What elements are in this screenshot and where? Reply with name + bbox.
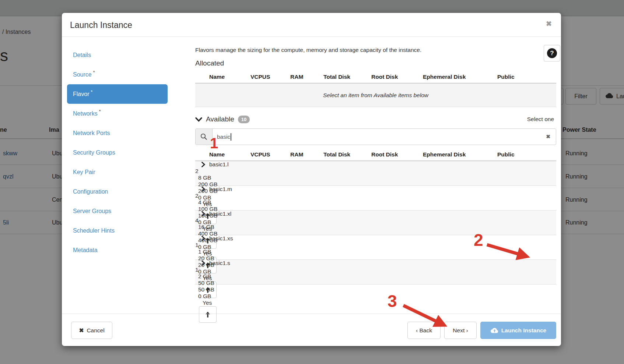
flavor-search-box: basic ✖ bbox=[195, 128, 556, 145]
nav-label: Security Groups bbox=[73, 149, 115, 156]
x-icon: ✖ bbox=[79, 327, 84, 334]
col-vcpus: VCPUS bbox=[250, 151, 287, 158]
available-flavor-list: basic1.l 2 8 GB 200 GB 200 GB 0 GB Yes b… bbox=[195, 161, 556, 285]
nav-item-metadata[interactable]: Metadata bbox=[67, 240, 168, 260]
flavor-name: basic1.m bbox=[209, 186, 232, 192]
available-section-header: Available 10 Select one bbox=[195, 115, 556, 123]
nav-item-scheduler-hints[interactable]: Scheduler Hints bbox=[67, 221, 168, 240]
flavor-ram: 4 GB bbox=[195, 199, 556, 206]
search-input-value: basic bbox=[217, 134, 230, 140]
flavor-vcpus: 1 bbox=[195, 242, 556, 248]
launch-label: Launch Instance bbox=[501, 327, 546, 334]
col-ephemeral-disk: Ephemeral Disk bbox=[420, 151, 490, 158]
col-public: Public bbox=[490, 151, 521, 158]
available-heading: Available bbox=[206, 115, 234, 123]
required-asterisk: * bbox=[91, 89, 92, 95]
chevron-right-icon[interactable] bbox=[201, 162, 205, 167]
flavor-name: basic1.xs bbox=[209, 235, 233, 242]
nav-label: Scheduler Hints bbox=[73, 227, 115, 234]
flavor-ram: 16 GB bbox=[195, 224, 556, 230]
flavor-row-basic1-s: basic1.s 1 2 GB 50 GB 50 GB 0 GB Yes bbox=[195, 260, 556, 285]
col-root-disk: Root Disk bbox=[368, 151, 420, 158]
back-button[interactable]: ‹ Back bbox=[407, 322, 441, 339]
col-ram: RAM bbox=[287, 151, 320, 158]
allocated-empty-message: Select an item from Available items belo… bbox=[195, 84, 556, 107]
nav-item-key-pair[interactable]: Key Pair bbox=[67, 162, 168, 182]
nav-item-network-ports[interactable]: Network Ports bbox=[67, 123, 168, 143]
flavor-root-disk: 50 GB bbox=[195, 286, 556, 293]
flavor-public: Yes bbox=[195, 300, 556, 306]
flavor-row-basic1-m: basic1.m 2 4 GB 100 GB 100 GB 0 GB Yes bbox=[195, 186, 556, 211]
flavor-ephemeral-disk: 0 GB bbox=[195, 293, 556, 300]
nav-label: Key Pair bbox=[73, 169, 95, 176]
nav-item-security-groups[interactable]: Security Groups bbox=[67, 143, 168, 162]
clear-search-icon[interactable]: ✖ bbox=[546, 134, 550, 139]
nav-label: Networks bbox=[73, 110, 98, 117]
nav-label: Details bbox=[73, 52, 91, 59]
available-table-header: Name VCPUS RAM Total Disk Root Disk Ephe… bbox=[195, 149, 556, 161]
nav-item-flavor[interactable]: Flavor* bbox=[67, 84, 168, 104]
search-icon bbox=[196, 129, 213, 145]
nav-label: Configuration bbox=[73, 188, 108, 195]
chevron-right-icon[interactable] bbox=[201, 186, 205, 192]
flavor-row-basic1-xs: basic1.xs 1 1 GB 20 GB 20 GB 0 GB Yes bbox=[195, 235, 556, 260]
chevron-right-icon[interactable] bbox=[201, 260, 205, 266]
flavor-name: basic1.s bbox=[209, 260, 230, 266]
cancel-label: Cancel bbox=[87, 327, 104, 334]
required-asterisk: * bbox=[99, 109, 101, 114]
chevron-down-icon[interactable] bbox=[195, 117, 202, 122]
col-ephemeral-disk: Ephemeral Disk bbox=[420, 74, 490, 80]
flavor-name: basic1.xl bbox=[209, 211, 231, 217]
back-label: ‹ Back bbox=[416, 327, 432, 334]
col-name: Name bbox=[195, 151, 250, 158]
chevron-right-icon[interactable] bbox=[201, 211, 205, 217]
next-label: Next › bbox=[453, 327, 468, 334]
nav-item-server-groups[interactable]: Server Groups bbox=[67, 201, 168, 221]
nav-label: Network Ports bbox=[73, 130, 110, 137]
chevron-right-icon[interactable] bbox=[201, 236, 205, 241]
flavor-vcpus: 1 bbox=[195, 266, 556, 273]
modal-header: Launch Instance ✖ bbox=[62, 13, 561, 37]
flavor-vcpus: 2 bbox=[195, 168, 556, 174]
nav-label: Source bbox=[73, 71, 92, 78]
flavor-step-content: Flavors manage the sizing for the comput… bbox=[195, 46, 556, 285]
flavor-row-basic1-l: basic1.l 2 8 GB 200 GB 200 GB 0 GB Yes bbox=[195, 161, 556, 186]
launch-instance-button[interactable]: Launch Instance bbox=[480, 322, 556, 339]
flavor-ram: 1 GB bbox=[195, 248, 556, 255]
allocated-table-header: Name VCPUS RAM Total Disk Root Disk Ephe… bbox=[195, 71, 556, 84]
flavor-description: Flavors manage the sizing for the comput… bbox=[195, 47, 556, 53]
flavor-total-disk: 50 GB bbox=[195, 280, 556, 286]
modal-footer: ✖ Cancel ‹ Back Next › Launch Instance bbox=[62, 314, 561, 346]
col-root-disk: Root Disk bbox=[368, 74, 420, 80]
flavor-name: basic1.l bbox=[209, 161, 229, 168]
allocated-heading: Allocated bbox=[195, 59, 556, 67]
nav-item-source[interactable]: Source* bbox=[67, 65, 168, 84]
flavor-vcpus: 4 bbox=[195, 217, 556, 224]
close-icon[interactable]: ✖ bbox=[546, 20, 552, 28]
col-total-disk: Total Disk bbox=[320, 74, 368, 80]
search-input[interactable]: basic bbox=[213, 129, 556, 145]
launch-instance-modal: Launch Instance ✖ Details Source* Flavor… bbox=[62, 13, 561, 346]
nav-label: Server Groups bbox=[73, 208, 111, 215]
nav-item-details[interactable]: Details bbox=[67, 45, 168, 65]
nav-item-configuration[interactable]: Configuration bbox=[67, 182, 168, 201]
nav-item-networks[interactable]: Networks* bbox=[67, 104, 168, 123]
next-button[interactable]: Next › bbox=[444, 322, 477, 339]
required-asterisk: * bbox=[93, 70, 95, 75]
nav-label: Flavor bbox=[73, 91, 89, 98]
available-count-badge: 10 bbox=[238, 116, 250, 123]
cloud-upload-icon bbox=[490, 328, 498, 333]
text-cursor bbox=[231, 133, 231, 141]
col-total-disk: Total Disk bbox=[320, 151, 368, 158]
wizard-nav: Details Source* Flavor* Networks* Networ… bbox=[67, 45, 168, 260]
col-ram: RAM bbox=[287, 74, 320, 80]
flavor-vcpus: 2 bbox=[195, 192, 556, 199]
select-one-hint: Select one bbox=[527, 116, 556, 123]
col-vcpus: VCPUS bbox=[250, 74, 287, 80]
col-public: Public bbox=[490, 74, 556, 80]
flavor-ram: 8 GB bbox=[195, 174, 556, 181]
cancel-button[interactable]: ✖ Cancel bbox=[71, 322, 112, 339]
flavor-row-basic1-xl: basic1.xl 4 16 GB 400 GB 400 GB 0 GB Yes bbox=[195, 211, 556, 235]
col-name: Name bbox=[195, 74, 250, 80]
modal-title: Launch Instance bbox=[70, 20, 132, 30]
